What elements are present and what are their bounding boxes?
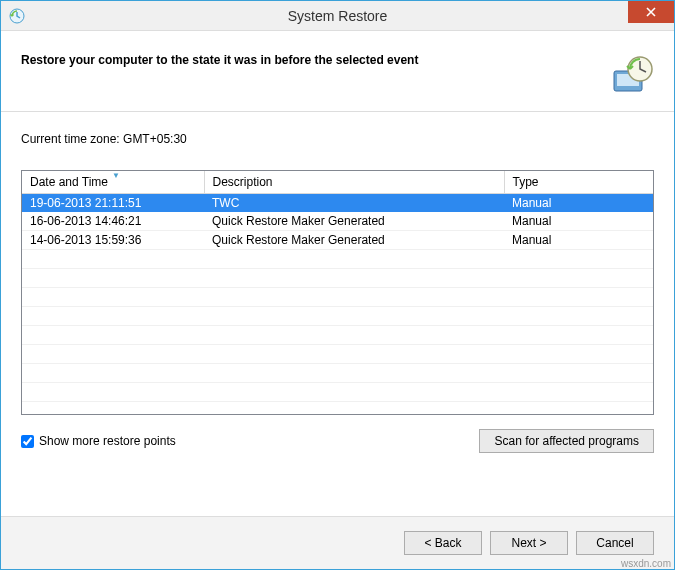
show-more-label: Show more restore points [39,434,176,448]
table-row-empty [22,326,653,345]
cell-date: 14-06-2013 15:59:36 [22,231,204,250]
cell-description: TWC [204,194,504,213]
table-header-row: Date and Time ▼ Description Type [22,171,653,194]
window-title: System Restore [1,8,674,24]
table-row[interactable]: 19-06-2013 21:11:51TWCManual [22,194,653,213]
cell-description: Quick Restore Maker Generated [204,212,504,231]
titlebar: System Restore [1,1,674,31]
cell-type: Manual [504,194,653,213]
table-row-empty [22,402,653,416]
table-row[interactable]: 16-06-2013 14:46:21Quick Restore Maker G… [22,212,653,231]
table-row-empty [22,250,653,269]
close-button[interactable] [628,1,674,23]
column-header-type[interactable]: Type [504,171,653,194]
table-row-empty [22,364,653,383]
wizard-footer: < Back Next > Cancel [1,516,674,569]
back-button[interactable]: < Back [404,531,482,555]
table-row-empty [22,269,653,288]
table-row-empty [22,307,653,326]
column-header-description[interactable]: Description [204,171,504,194]
cell-description: Quick Restore Maker Generated [204,231,504,250]
column-header-label: Description [213,175,273,189]
show-more-checkbox[interactable] [21,435,34,448]
app-icon [9,8,25,24]
header-area: Restore your computer to the state it wa… [1,31,674,111]
column-header-label: Type [513,175,539,189]
table-row[interactable]: 14-06-2013 15:59:36Quick Restore Maker G… [22,231,653,250]
restore-points-table[interactable]: Date and Time ▼ Description Type 19-06-2… [21,170,654,415]
timezone-label: Current time zone: GMT+05:30 [21,132,654,146]
sort-indicator-icon: ▼ [112,171,120,180]
column-header-label: Date and Time [30,175,108,189]
scan-affected-button[interactable]: Scan for affected programs [479,429,654,453]
restore-clock-icon [610,53,654,97]
show-more-checkbox-row[interactable]: Show more restore points [21,434,176,448]
cell-type: Manual [504,212,653,231]
below-table-row: Show more restore points Scan for affect… [21,429,654,453]
cell-type: Manual [504,231,653,250]
table-row-empty [22,288,653,307]
header-text: Restore your computer to the state it wa… [21,53,418,67]
next-button[interactable]: Next > [490,531,568,555]
watermark: wsxdn.com [621,558,671,569]
cell-date: 16-06-2013 14:46:21 [22,212,204,231]
table-row-empty [22,345,653,364]
column-header-date[interactable]: Date and Time ▼ [22,171,204,194]
content-area: Current time zone: GMT+05:30 Date and Ti… [1,112,674,516]
cell-date: 19-06-2013 21:11:51 [22,194,204,213]
system-restore-window: System Restore Restore your computer to … [0,0,675,570]
cancel-button[interactable]: Cancel [576,531,654,555]
table-row-empty [22,383,653,402]
